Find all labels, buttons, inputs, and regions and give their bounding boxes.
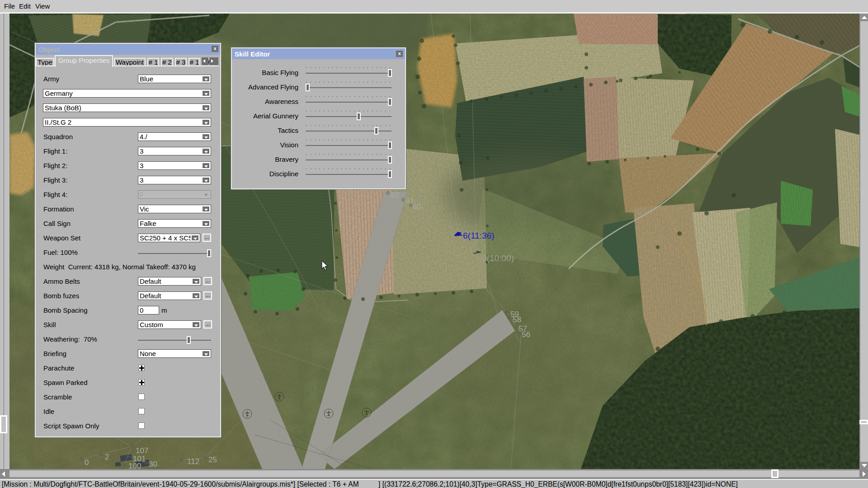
svg-text:107: 107 [136,446,148,455]
svg-text:58: 58 [513,315,521,324]
svg-text:0: 0 [85,458,89,467]
svg-text:30: 30 [149,460,157,469]
svg-text:0(10:00): 0(10:00) [482,253,514,263]
svg-text:60: 60 [412,202,421,211]
svg-text:100: 100 [128,462,141,469]
svg-text:25: 25 [208,455,217,464]
svg-text:2: 2 [105,453,109,461]
svg-text:56: 56 [522,330,530,339]
svg-text:6(11:36): 6(11:36) [463,231,494,240]
svg-text:62: 62 [391,191,399,199]
svg-text:112: 112 [187,457,199,466]
